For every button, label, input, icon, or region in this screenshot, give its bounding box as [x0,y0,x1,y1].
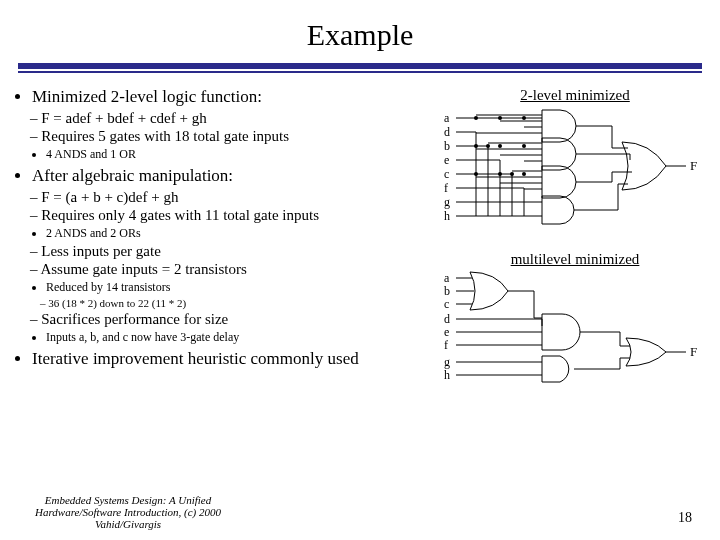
svg-point-19 [522,144,526,148]
diagram-column: 2-level minimized a d b e c f g h [442,83,708,393]
in2-e: e [444,325,449,339]
and-gate-icon [542,110,576,142]
in-f: f [444,181,448,195]
or-gate-icon [470,272,508,310]
bullet-1b: Requires 5 gates with 18 total gate inpu… [30,128,442,145]
in2-f: f [444,338,448,352]
rule-thick [18,63,702,69]
bullet-2c: Less inputs per gate [30,243,442,260]
footer-citation: Embedded Systems Design: A Unified Hardw… [18,494,238,530]
svg-point-13 [474,116,478,120]
svg-point-20 [474,172,478,176]
in2-g: g [444,355,450,369]
diagram-multilevel: multilevel minimized a b c d e f g h [442,251,708,393]
bullet-1a: F = adef + bdef + cdef + gh [30,110,442,127]
content-row: Minimized 2-level logic function: F = ad… [0,83,720,393]
in2-d: d [444,312,450,326]
slide-title: Example [0,0,720,60]
page-number: 18 [678,510,692,526]
rule-thin [18,71,702,73]
in-a: a [444,111,450,125]
svg-point-18 [498,144,502,148]
or-gate-icon [626,338,666,366]
in2-b: b [444,284,450,298]
bullet-2b: Requires only 4 gates with 11 total gate… [30,207,442,224]
and-gate-icon [542,138,576,170]
in-h: h [444,209,450,223]
in2-h: h [444,368,450,382]
bullet-2e: Sacrifices performance for size [30,311,442,328]
bullet-1b1: 4 ANDS and 1 OR [46,147,442,162]
and-gate-icon [542,166,576,198]
svg-point-14 [498,116,502,120]
bullet-2: After algebraic manipulation: [32,166,442,186]
in-c: c [444,167,449,181]
and-gate-icon [542,196,574,224]
svg-point-22 [510,172,514,176]
out2-f: F [690,344,697,359]
in2-c: c [444,297,449,311]
svg-point-23 [522,172,526,176]
and-gate-icon [542,314,580,350]
bullet-2e1: Inputs a, b, and c now have 3-gate delay [46,330,442,345]
bullet-2d: Assume gate inputs = 2 transistors [30,261,442,278]
diagram-2level-svg: a d b e c f g h [442,104,702,239]
bullet-2a: F = (a + b + c)def + gh [30,189,442,206]
svg-point-17 [486,144,490,148]
bullet-2d1: Reduced by 14 transistors [46,280,442,295]
bullet-1: Minimized 2-level logic function: [32,87,442,107]
diagram-2level: 2-level minimized a d b e c f g h [442,87,708,239]
diagram-multilevel-title: multilevel minimized [442,251,708,268]
in-e: e [444,153,449,167]
in-g: g [444,195,450,209]
diagram-2level-title: 2-level minimized [442,87,708,104]
in-b: b [444,139,450,153]
diagram-multilevel-svg: a b c d e f g h [442,268,702,393]
svg-point-21 [498,172,502,176]
and-gate-icon [542,356,569,382]
svg-point-16 [474,144,478,148]
or-gate-icon [622,142,666,190]
bullet-3: Iterative improvement heuristic commonly… [32,349,442,369]
svg-point-15 [522,116,526,120]
in-d: d [444,125,450,139]
bullet-2b1: 2 ANDS and 2 ORs [46,226,442,241]
bullet-2d1a: 36 (18 * 2) down to 22 (11 * 2) [40,297,442,309]
bullet-column: Minimized 2-level logic function: F = ad… [12,83,442,393]
in2-a: a [444,271,450,285]
out-f: F [690,158,697,173]
